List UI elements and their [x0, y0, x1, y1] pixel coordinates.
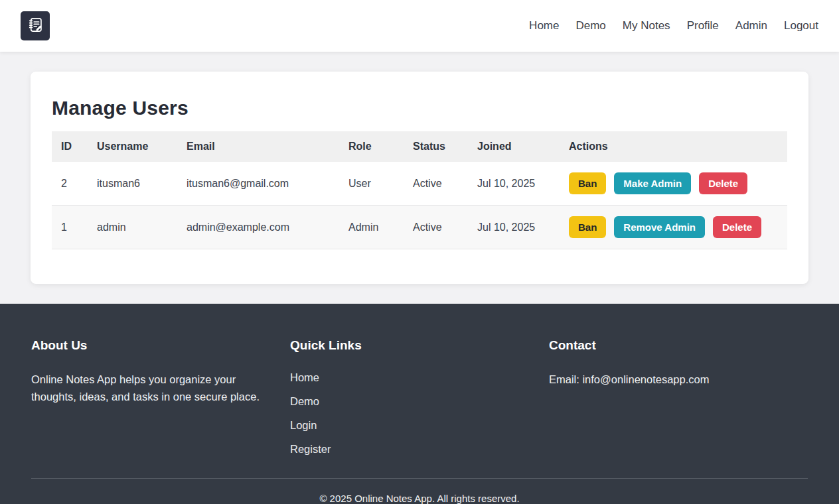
navbar: HomeDemoMy NotesProfileAdminLogout	[0, 0, 839, 52]
column-header-email: Email	[177, 131, 339, 162]
notes-notepad-pencil-icon	[27, 16, 44, 36]
footer-link-item: Register	[290, 443, 549, 456]
cell-username: admin	[88, 206, 177, 249]
cell-joined: Jul 10, 2025	[468, 162, 560, 206]
column-header-role: Role	[339, 131, 404, 162]
column-header-id: ID	[52, 131, 88, 162]
column-header-status: Status	[404, 131, 468, 162]
nav-link-my-notes[interactable]: My Notes	[623, 19, 670, 32]
cell-email: admin@example.com	[177, 206, 339, 249]
ban-button[interactable]: Ban	[569, 216, 606, 238]
delete-button[interactable]: Delete	[699, 172, 747, 194]
cell-username: itusman6	[88, 162, 177, 206]
cell-role: User	[339, 162, 404, 206]
footer-contact-email: Email: info@onlinenotesapp.com	[549, 371, 778, 389]
footer-link-demo[interactable]: Demo	[290, 395, 319, 407]
make-admin-button[interactable]: Make Admin	[614, 172, 691, 194]
delete-button[interactable]: Delete	[713, 216, 761, 238]
nav-link-admin[interactable]: Admin	[735, 19, 767, 32]
footer-link-item: Demo	[290, 395, 549, 408]
table-body: 2itusman6itusman6@gmail.comUserActiveJul…	[52, 162, 787, 249]
cell-actions: BanRemove AdminDelete	[560, 206, 787, 249]
footer-quicklinks-section: Quick Links HomeDemoLoginRegister	[290, 330, 549, 478]
nav-link-logout[interactable]: Logout	[784, 19, 818, 32]
footer-contact-section: Contact Email: info@onlinenotesapp.com	[549, 330, 808, 478]
footer-about-title: About Us	[31, 338, 290, 353]
footer-link-register[interactable]: Register	[290, 443, 331, 455]
footer-about-text: Online Notes App helps you organize your…	[31, 371, 260, 405]
cell-actions: BanMake AdminDelete	[560, 162, 787, 206]
table-row: 2itusman6itusman6@gmail.comUserActiveJul…	[52, 162, 787, 206]
footer-quick-links: HomeDemoLoginRegister	[290, 371, 549, 456]
footer: About Us Online Notes App helps you orga…	[0, 304, 839, 504]
column-header-username: Username	[88, 131, 177, 162]
cell-status: Active	[404, 162, 468, 206]
cell-role: Admin	[339, 206, 404, 249]
nav-link-home[interactable]: Home	[529, 19, 559, 32]
footer-link-home[interactable]: Home	[290, 371, 319, 383]
ban-button[interactable]: Ban	[569, 172, 606, 194]
footer-link-login[interactable]: Login	[290, 419, 317, 431]
cell-id: 2	[52, 162, 88, 206]
footer-about-section: About Us Online Notes App helps you orga…	[31, 330, 290, 478]
page-title: Manage Users	[52, 97, 787, 119]
column-header-actions: Actions	[560, 131, 787, 162]
footer-link-item: Home	[290, 371, 549, 384]
nav-links: HomeDemoMy NotesProfileAdminLogout	[529, 19, 818, 32]
footer-quicklinks-title: Quick Links	[290, 338, 549, 353]
manage-users-card: Manage Users IDUsernameEmailRoleStatusJo…	[31, 72, 808, 284]
column-header-joined: Joined	[468, 131, 560, 162]
nav-link-demo[interactable]: Demo	[575, 19, 605, 32]
cell-status: Active	[404, 206, 468, 249]
footer-contact-title: Contact	[549, 338, 808, 353]
table-row: 1adminadmin@example.comAdminActiveJul 10…	[52, 206, 787, 249]
main-content: Manage Users IDUsernameEmailRoleStatusJo…	[0, 52, 839, 304]
footer-link-item: Login	[290, 419, 549, 432]
footer-columns: About Us Online Notes App helps you orga…	[31, 330, 808, 478]
remove-admin-button[interactable]: Remove Admin	[614, 216, 705, 238]
cell-joined: Jul 10, 2025	[468, 206, 560, 249]
nav-link-profile[interactable]: Profile	[687, 19, 719, 32]
table-header-row: IDUsernameEmailRoleStatusJoinedActions	[52, 131, 787, 162]
cell-email: itusman6@gmail.com	[177, 162, 339, 206]
cell-id: 1	[52, 206, 88, 249]
app-logo[interactable]	[21, 11, 50, 40]
users-table: IDUsernameEmailRoleStatusJoinedActions 2…	[52, 131, 787, 249]
footer-copyright: © 2025 Online Notes App. All rights rese…	[31, 478, 808, 504]
